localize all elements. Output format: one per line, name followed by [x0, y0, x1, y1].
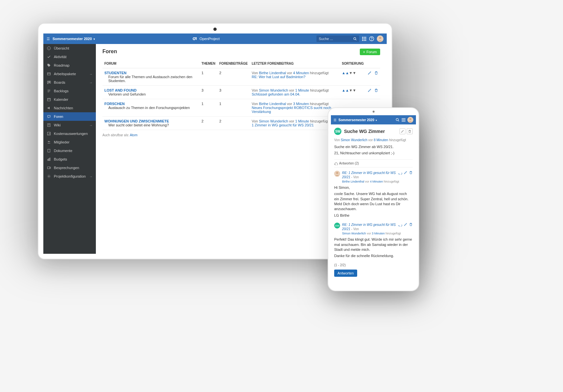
sidebar-item-label: Aktivität: [54, 55, 67, 59]
last-post: Von Birthe Lindenthal vor 4 Minuten hinz…: [250, 68, 340, 86]
reply-author-link[interactable]: Simon Wunderlich: [342, 232, 366, 235]
forum-description: Verloren und Gefunden: [104, 92, 198, 96]
delete-button[interactable]: [407, 128, 413, 134]
sidebar-item-projektkonfiguration[interactable]: Projektkonfiguration→: [43, 172, 96, 181]
search-input[interactable]: Suche ...: [316, 35, 359, 42]
post-count: 2: [217, 117, 250, 130]
quote-icon[interactable]: [398, 223, 402, 227]
author-link[interactable]: Simon Wunderlich: [341, 138, 367, 142]
apps-icon[interactable]: [362, 36, 366, 41]
delete-icon[interactable]: [374, 88, 378, 92]
sidebar-item-nachrichten[interactable]: Nachrichten: [43, 104, 96, 112]
sidebar-item-arbeitspakete[interactable]: Arbeitspakete→: [43, 70, 96, 78]
last-author-link[interactable]: Simon Wunderlich: [259, 88, 288, 92]
project-selector[interactable]: Sommersemester 2020 ▼: [53, 37, 96, 41]
last-subject-link[interactable]: RE: Wer hat Lust auf Badminton?: [252, 75, 306, 79]
topic-count: 1: [200, 99, 217, 117]
svg-point-31: [396, 119, 399, 121]
svg-point-23: [48, 141, 49, 142]
sidebar-item-foren[interactable]: Foren: [43, 112, 96, 121]
svg-rect-2: [362, 37, 363, 38]
quote-icon[interactable]: [398, 171, 402, 175]
svg-rect-27: [49, 159, 49, 161]
forum-title-link[interactable]: WOHNUNGEN UND ZWISCHENMIETE: [104, 119, 198, 123]
svg-rect-26: [48, 159, 48, 161]
add-forum-button[interactable]: + Forum: [360, 49, 380, 55]
sidebar-item-label: Backlogs: [54, 89, 69, 93]
forum-description: Austausch zu Themen in den Forschungspro…: [104, 106, 198, 110]
delete-icon[interactable]: [409, 171, 413, 175]
help-icon[interactable]: [369, 36, 374, 41]
last-subject-link[interactable]: 1 Zimmer in WG gesucht für WS 20/21: [252, 123, 314, 127]
svg-rect-10: [365, 40, 366, 41]
sidebar-item-label: Kostenauswertungen: [54, 132, 88, 136]
hamburger-icon[interactable]: ☰: [334, 118, 336, 122]
sidebar-item-wiki[interactable]: Wiki→: [43, 121, 96, 129]
col-forum[interactable]: FORUM: [102, 59, 200, 68]
apps-icon[interactable]: [401, 118, 405, 122]
reply-avatar: [334, 171, 340, 177]
svg-rect-33: [403, 118, 404, 119]
info-icon: [47, 46, 51, 51]
edit-icon[interactable]: [404, 171, 407, 175]
reply-button[interactable]: Antworten: [334, 270, 357, 277]
last-author-link[interactable]: Birthe Lindenthal: [259, 71, 286, 75]
sort-controls[interactable]: ▲▲▼▼: [342, 71, 364, 75]
last-subject-link[interactable]: Schlüssel gefunden am 04.04.: [252, 92, 300, 96]
hamburger-icon[interactable]: ☰: [47, 37, 50, 41]
edit-icon[interactable]: [368, 88, 372, 92]
sidebar-item-besprechungen[interactable]: Besprechungen: [43, 163, 96, 172]
sidebar-item-übersicht[interactable]: Übersicht: [43, 44, 96, 53]
forum-title-link[interactable]: STUDENTEN: [104, 71, 198, 75]
sidebar-item-kostenauswertungen[interactable]: Kostenauswertungen: [43, 129, 96, 138]
boards-icon: [47, 80, 51, 85]
svg-rect-7: [365, 38, 366, 39]
user-avatar[interactable]: [377, 35, 383, 42]
reply-body: Hi Simon,coole Sache. Unsere WG hat ab A…: [334, 185, 413, 218]
sidebar-item-kalender[interactable]: Kalender: [43, 95, 96, 104]
reply: RE: 1 Zimmer in WG gesucht für WS 20/21 …: [334, 171, 413, 218]
forum-title-link[interactable]: FORSCHEN: [104, 102, 198, 106]
delete-icon[interactable]: [374, 71, 378, 75]
check-icon: [47, 54, 51, 59]
sidebar-item-roadmap[interactable]: Roadmap: [43, 61, 96, 70]
sidebar-item-label: Wiki: [54, 123, 61, 127]
sidebar-item-label: Mitglieder: [54, 140, 70, 144]
sidebar-item-aktivität[interactable]: Aktivität: [43, 53, 96, 61]
forum-title-link[interactable]: LOST AND FOUND: [104, 88, 198, 92]
col-last[interactable]: LETZTER FORENBEITRAG: [250, 59, 340, 68]
col-topics[interactable]: THEMEN: [200, 59, 217, 68]
last-post: Von Birthe Lindenthal vor 3 Minuten hinz…: [250, 99, 340, 117]
user-avatar[interactable]: [407, 117, 413, 123]
sidebar-item-dokumente[interactable]: Dokumente: [43, 146, 96, 155]
delete-icon[interactable]: [409, 223, 413, 227]
edit-icon[interactable]: [404, 223, 407, 227]
sort-controls[interactable]: ▲▲▼▼: [342, 88, 364, 92]
sidebar-item-budgets[interactable]: Budgets: [43, 155, 96, 163]
phone-project-selector[interactable]: Sommersemester 2020 ▼: [338, 118, 378, 122]
chevron-right-icon: →: [89, 175, 93, 178]
sidebar-item-label: Arbeitspakete: [54, 72, 76, 76]
reply: SW RE: 1 Zimmer in WG gesucht für WS 20/…: [334, 223, 413, 259]
sidebar-item-label: Kalender: [54, 98, 68, 101]
edit-button[interactable]: [400, 128, 405, 134]
svg-point-44: [336, 172, 338, 174]
sidebar: ÜbersichtAktivitätRoadmapArbeitspakete→B…: [43, 44, 96, 254]
col-sort[interactable]: SORTIERUNG: [340, 59, 366, 68]
sidebar-item-mitglieder[interactable]: Mitglieder: [43, 138, 96, 146]
last-author-link[interactable]: Simon Wunderlich: [259, 119, 288, 123]
edit-icon[interactable]: [368, 71, 372, 75]
reply-author-link[interactable]: Birthe Lindenthal: [342, 180, 364, 183]
atom-link[interactable]: Atom: [130, 133, 137, 137]
page-title: Foren: [102, 49, 117, 54]
sidebar-item-label: Budgets: [54, 157, 67, 161]
pager: (1 - 2/2): [334, 263, 413, 267]
svg-rect-34: [404, 118, 405, 119]
svg-point-30: [49, 176, 50, 177]
sidebar-item-backlogs[interactable]: Backlogs: [43, 87, 96, 95]
last-author-link[interactable]: Birthe Lindenthal: [259, 102, 286, 106]
sidebar-item-boards[interactable]: Boards→: [43, 78, 96, 87]
search-icon[interactable]: [396, 118, 400, 122]
col-posts[interactable]: FORENBEITRÄGE: [217, 59, 250, 68]
last-subject-link[interactable]: Neues Forschungsprojekt ROBOTICS sucht n…: [252, 106, 331, 114]
